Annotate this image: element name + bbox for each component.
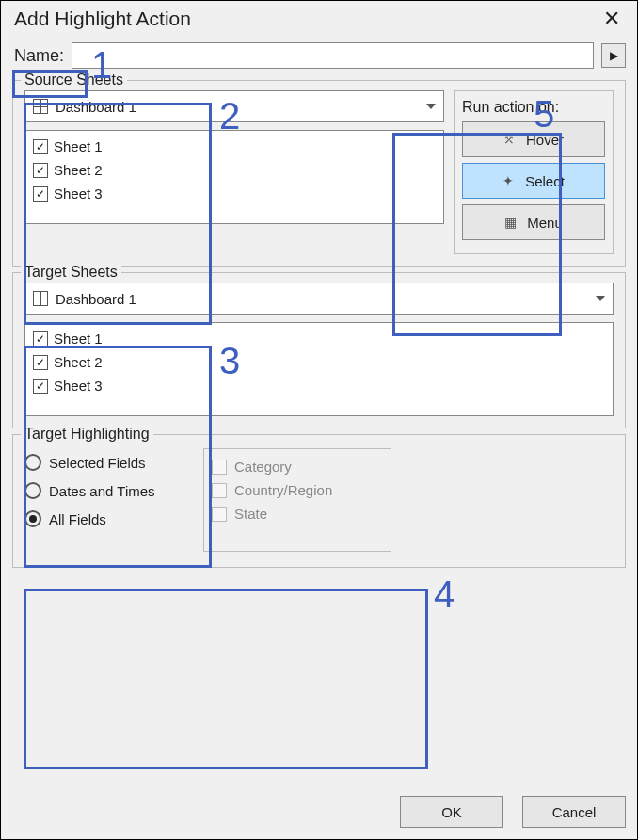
field-label: Category [234,459,292,475]
run-action-hover-button[interactable]: ⤱Hover [462,121,605,157]
radio-icon[interactable] [24,454,41,471]
target-highlighting-section: Target Highlighting Selected FieldsDates… [12,434,626,568]
source-sheets-section: Source Sheets Dashboard 1 ✓Sheet 1✓Sheet… [12,80,626,267]
highlighting-radio[interactable]: All Fields [24,505,184,533]
highlighting-radio[interactable]: Selected Fields [24,448,184,477]
ok-button[interactable]: OK [400,796,503,828]
target-sheets-section: Target Sheets Dashboard 1 ✓Sheet 1✓Sheet… [12,272,626,428]
highlighting-field: Category [212,455,383,478]
sheet-label: Sheet 3 [54,378,103,394]
chevron-down-icon [426,104,436,109]
run-action-label: Menu [527,215,563,231]
close-icon[interactable]: ✕ [598,7,626,31]
dashboard-icon [33,99,48,114]
source-sheet-item[interactable]: ✓Sheet 3 [31,182,438,205]
checkbox-icon [212,483,227,498]
run-action-panel: Run action on: ⤱Hover✦Select▦Menu [454,90,614,254]
name-row: Name: ▶ [1,35,637,74]
radio-icon[interactable] [24,510,41,527]
dialog-title: Add Highlight Action [14,8,191,30]
target-dashboard-label: Dashboard 1 [56,291,596,307]
checkbox-icon[interactable]: ✓ [33,139,48,154]
target-sheet-item[interactable]: ✓Sheet 3 [31,374,607,397]
checkbox-icon[interactable]: ✓ [33,331,48,347]
cancel-button[interactable]: Cancel [522,796,626,828]
hover-icon: ⤱ [503,132,518,147]
dialog-buttons: OK Cancel [400,796,626,828]
target-sheet-item[interactable]: ✓Sheet 1 [31,327,607,350]
source-legend: Source Sheets [21,72,127,89]
radio-label: Selected Fields [49,455,146,471]
source-sheet-item[interactable]: ✓Sheet 2 [31,158,438,182]
target-legend: Target Sheets [21,264,121,281]
radio-icon[interactable] [24,482,41,499]
chevron-down-icon [596,296,605,301]
highlighting-fields-box: CategoryCountry/RegionState [203,448,391,552]
title-bar: Add Highlight Action ✕ [1,1,637,35]
run-action-menu-button[interactable]: ▦Menu [462,204,605,240]
sheet-label: Sheet 1 [54,331,103,347]
field-label: Country/Region [234,482,332,498]
target-dashboard-select[interactable]: Dashboard 1 [24,283,614,315]
triangle-right-icon: ▶ [610,49,618,62]
run-action-label: Hover [526,132,564,148]
checkbox-icon[interactable]: ✓ [33,379,48,394]
run-action-label: Select [525,173,565,189]
source-sheet-list: ✓Sheet 1✓Sheet 2✓Sheet 3 [24,130,444,224]
annotation-number: 4 [434,573,455,616]
checkbox-icon [212,507,227,522]
insert-variable-button[interactable]: ▶ [601,43,626,68]
highlighting-radio[interactable]: Dates and Times [24,477,184,505]
radio-label: All Fields [49,511,106,527]
checkbox-icon[interactable]: ✓ [33,186,48,202]
sheet-label: Sheet 2 [54,162,103,178]
sheet-label: Sheet 1 [54,138,103,154]
dashboard-icon [33,291,48,306]
target-sheet-list: ✓Sheet 1✓Sheet 2✓Sheet 3 [24,322,614,416]
target-sheet-item[interactable]: ✓Sheet 2 [31,350,607,374]
highlighting-field: Country/Region [212,478,383,502]
highlighting-field: State [212,502,383,525]
select-icon: ✦ [502,173,518,188]
source-dashboard-label: Dashboard 1 [56,99,426,115]
highlighting-legend: Target Highlighting [21,426,153,443]
checkbox-icon[interactable]: ✓ [33,355,48,370]
checkbox-icon [212,460,227,475]
checkbox-icon[interactable]: ✓ [33,163,48,178]
field-label: State [234,506,267,522]
name-label: Name: [14,46,64,66]
radio-label: Dates and Times [49,483,155,499]
sheet-label: Sheet 3 [54,186,103,202]
source-dashboard-select[interactable]: Dashboard 1 [24,90,444,122]
run-action-title: Run action on: [462,99,605,116]
menu-icon: ▦ [504,215,519,230]
sheet-label: Sheet 2 [54,354,103,370]
name-input[interactable] [72,42,594,69]
source-sheet-item[interactable]: ✓Sheet 1 [31,135,438,158]
run-action-select-button[interactable]: ✦Select [462,163,605,199]
annotation-box [24,589,428,769]
